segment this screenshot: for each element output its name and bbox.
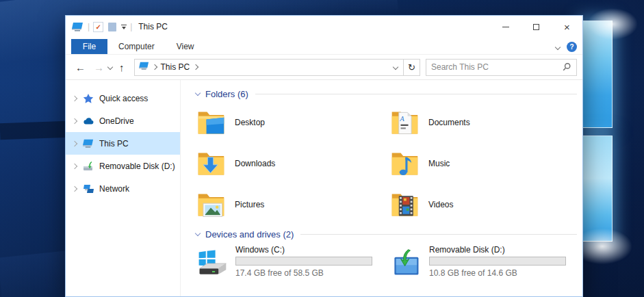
window-title: This PC (138, 22, 168, 31)
folders-grid: Desktop A Documents Downloads (196, 102, 582, 225)
folder-label: Downloads (235, 159, 275, 168)
folder-tile-downloads[interactable]: Downloads (196, 143, 389, 184)
tab-computer[interactable]: Computer (107, 39, 166, 54)
folder-tile-documents[interactable]: A Documents (389, 102, 582, 143)
window-body: Quick access OneDrive This PC (66, 80, 582, 296)
folder-tile-pictures[interactable]: Pictures (196, 184, 389, 225)
refresh-icon: ↻ (408, 62, 415, 73)
folder-label: Documents (428, 118, 470, 127)
removable-drive-icon (83, 161, 94, 172)
search-icon[interactable] (562, 62, 571, 72)
folder-label: Music (428, 159, 450, 168)
separator: | (130, 22, 132, 31)
address-bar[interactable]: This PC (134, 59, 404, 76)
group-rule (255, 94, 577, 94)
free-space-text: 10.8 GB free of 14.6 GB (429, 268, 566, 278)
sidebar-item-quick-access[interactable]: Quick access (66, 87, 180, 109)
refresh-button[interactable]: ↻ (404, 59, 420, 76)
minimize-button[interactable] (490, 16, 521, 38)
this-pc-breadcrumb-icon (139, 61, 150, 73)
collapse-group-icon[interactable] (195, 90, 201, 96)
sidebar-item-this-pc[interactable]: This PC (66, 132, 180, 155)
expand-chevron-icon[interactable] (72, 118, 77, 123)
expand-chevron-icon[interactable] (72, 185, 77, 191)
ribbon-tabs: File Computer View ? (66, 38, 582, 55)
computer-icon (83, 138, 94, 149)
tab-view[interactable]: View (166, 39, 205, 54)
folder-label: Pictures (235, 200, 264, 209)
forward-icon[interactable]: → (94, 62, 104, 73)
customize-quick-access-toolbar-icon[interactable] (121, 25, 127, 29)
new-folder-quick-icon[interactable] (108, 23, 116, 31)
search-box[interactable] (426, 59, 577, 76)
star-icon (83, 93, 94, 104)
group-title: Devices and drives (2) (205, 229, 294, 240)
sidebar-item-label: This PC (99, 139, 129, 148)
cloud-icon (83, 116, 94, 127)
capacity-bar (429, 257, 566, 266)
items-view: Folders (6) Desktop A Document (181, 80, 582, 296)
navigation-pane: Quick access OneDrive This PC (66, 80, 181, 296)
drive-tile-removable-d[interactable]: Removable Disk (D:) 10.8 GB free of 14.6… (389, 245, 582, 281)
back-icon[interactable]: ← (75, 62, 86, 73)
expand-chevron-icon[interactable] (72, 95, 77, 101)
windows-logo-pane-top (581, 21, 613, 128)
title-bar[interactable]: | ✓ | This PC × (66, 16, 582, 38)
close-button[interactable]: × (552, 16, 582, 38)
folder-tile-music[interactable]: Music (389, 143, 582, 184)
sidebar-item-network[interactable]: Network (66, 177, 180, 200)
maximize-button[interactable] (521, 16, 552, 38)
network-icon (83, 183, 94, 194)
help-icon[interactable]: ? (567, 42, 577, 52)
maximize-icon (533, 24, 539, 30)
music-folder-icon (389, 149, 420, 178)
file-explorer-window: | ✓ | This PC × File Computer View ? ← (65, 15, 583, 297)
collapse-group-icon[interactable] (195, 231, 201, 236)
recent-locations-icon[interactable] (107, 64, 113, 70)
breadcrumb-chevron-icon[interactable] (151, 64, 157, 70)
folders-group-header[interactable]: Folders (6) (196, 89, 582, 99)
group-title: Folders (6) (205, 89, 248, 99)
devices-group-header[interactable]: Devices and drives (2) (196, 229, 582, 240)
downloads-folder-icon (196, 149, 226, 178)
desktop-folder-icon (196, 108, 226, 137)
properties-quick-icon[interactable]: ✓ (93, 22, 103, 32)
window-controls: × (490, 16, 582, 38)
free-space-text: 17.4 GB free of 58.5 GB (235, 268, 372, 278)
pictures-folder-icon (196, 190, 226, 219)
breadcrumb-location[interactable]: This PC (161, 62, 190, 72)
removable-disk-icon (389, 246, 422, 281)
drive-label: Windows (C:) (235, 245, 372, 255)
folder-label: Desktop (235, 118, 265, 127)
videos-folder-icon (389, 190, 420, 219)
sidebar-item-label: Removable Disk (D:) (99, 162, 175, 171)
tab-file[interactable]: File (71, 39, 107, 54)
sidebar-item-label: Quick access (99, 94, 148, 103)
folder-label: Videos (428, 200, 453, 209)
minimize-icon (502, 27, 509, 27)
hard-drive-windows-icon (196, 246, 229, 281)
group-rule (300, 234, 577, 235)
address-toolbar: ← → ↑ This PC ↻ (66, 55, 582, 80)
sidebar-item-onedrive[interactable]: OneDrive (66, 109, 180, 132)
folder-tile-desktop[interactable]: Desktop (196, 102, 389, 143)
expand-chevron-icon[interactable] (72, 140, 77, 146)
documents-folder-icon: A (389, 108, 420, 137)
expand-ribbon-icon[interactable] (555, 44, 561, 49)
breadcrumb-chevron-icon[interactable] (193, 64, 198, 70)
windows-logo-pane-bottom (581, 135, 613, 242)
sidebar-item-label: Network (99, 184, 129, 194)
this-pc-app-icon (72, 22, 84, 32)
up-icon[interactable]: ↑ (119, 62, 125, 73)
sidebar-item-removable-disk[interactable]: Removable Disk (D:) (66, 155, 180, 177)
separator: | (88, 22, 90, 31)
expand-chevron-icon[interactable] (72, 163, 77, 168)
folder-tile-videos[interactable]: Videos (389, 184, 582, 225)
svg-text:A: A (400, 115, 405, 122)
capacity-bar (235, 257, 372, 266)
close-icon: × (564, 22, 570, 32)
search-input[interactable] (431, 62, 562, 72)
address-dropdown-icon[interactable] (393, 64, 398, 70)
drive-tile-windows-c[interactable]: Windows (C:) 17.4 GB free of 58.5 GB (196, 245, 389, 281)
sidebar-item-label: OneDrive (99, 116, 134, 126)
